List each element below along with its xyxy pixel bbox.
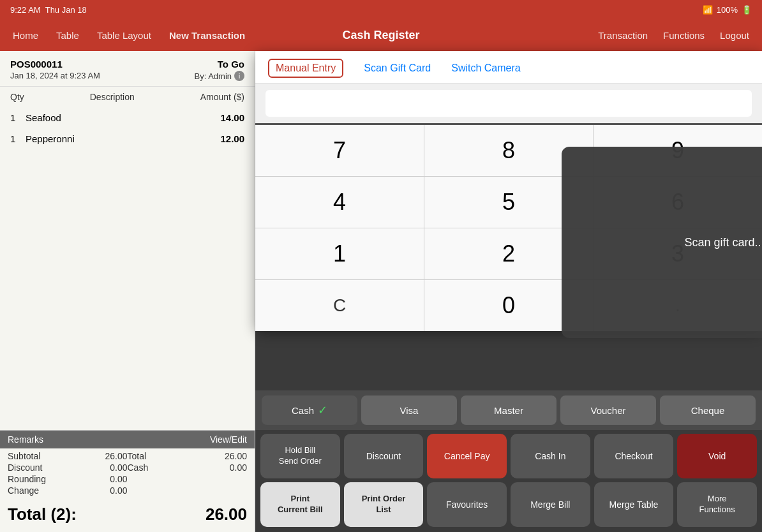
- scan-overlay-text: Scan gift card...: [684, 236, 762, 249]
- receipt-columns: Qty Description Amount ($): [0, 87, 255, 105]
- receipt-header: POS000011 To Go Jan 18, 2024 at 9:23 AM …: [0, 51, 255, 87]
- pay-cash-label: Cash: [292, 405, 314, 416]
- battery-icon: 🔋: [742, 5, 752, 15]
- change-value: 0.00: [68, 485, 128, 496]
- item-desc-2: Pepperonni: [26, 133, 220, 144]
- cash-label: Cash: [128, 462, 188, 473]
- pay-voucher-label: Voucher: [590, 405, 625, 416]
- numpad-key-7[interactable]: 7: [255, 125, 424, 176]
- item-qty-1: 1: [10, 112, 26, 123]
- checkout-button[interactable]: Checkout: [594, 434, 674, 478]
- receipt-panel: POS000011 To Go Jan 18, 2024 at 9:23 AM …: [0, 51, 255, 532]
- tab-scan-gift-card[interactable]: Scan Gift Card: [364, 63, 431, 74]
- merge-bill-button[interactable]: Merge Bill: [511, 482, 590, 527]
- favourites-button[interactable]: Favourites: [427, 482, 507, 527]
- input-area: [255, 84, 762, 125]
- wifi-icon: 📶: [703, 5, 713, 15]
- nav-home[interactable]: Home: [13, 30, 38, 41]
- admin-info: By: Admin i: [194, 71, 244, 81]
- table-row: 1 Pepperonni 12.00: [0, 128, 255, 149]
- nav-table[interactable]: Table: [56, 30, 79, 41]
- cash-value: 0.00: [187, 462, 247, 473]
- pay-visa[interactable]: Visa: [361, 395, 457, 425]
- nav-functions[interactable]: Functions: [663, 30, 705, 41]
- nav-right: Transaction Functions Logout: [598, 30, 749, 41]
- item-amount-1: 14.00: [220, 112, 244, 123]
- grand-total-label: Total (2):: [8, 505, 77, 524]
- barcode-input[interactable]: [265, 90, 752, 117]
- change-label: Change: [8, 485, 68, 496]
- col-qty: Qty: [10, 92, 24, 102]
- pay-cash[interactable]: Cash ✓: [262, 395, 357, 425]
- item-desc-1: Seafood: [26, 112, 220, 123]
- order-type: To Go: [218, 59, 244, 70]
- payment-methods: Cash ✓ Visa Master Voucher Cheque: [255, 390, 762, 430]
- remarks-header: Remarks View/Edit: [0, 431, 255, 448]
- table-row: 1 Seafood 14.00: [0, 107, 255, 128]
- discount-label: Discount: [8, 462, 68, 473]
- pay-voucher[interactable]: Voucher: [560, 395, 656, 425]
- nav-new-transaction[interactable]: New Transaction: [169, 30, 245, 41]
- pay-visa-label: Visa: [400, 405, 419, 416]
- col-desc: Description: [90, 92, 135, 102]
- numpad-key-1[interactable]: 1: [255, 228, 424, 279]
- receipt-by: By: Admin: [194, 71, 232, 81]
- tab-switch-camera[interactable]: Switch Camera: [451, 63, 520, 74]
- discount-value: 0.00: [68, 462, 128, 473]
- nav-logout[interactable]: Logout: [720, 30, 749, 41]
- grand-total-value: 26.00: [205, 505, 247, 524]
- item-amount-2: 12.00: [220, 133, 244, 144]
- more-functions-button[interactable]: More Functions: [677, 482, 757, 527]
- numpad-key-c[interactable]: C: [255, 280, 424, 331]
- nav-title: Cash Register: [342, 29, 419, 42]
- subtotal-label: Subtotal: [8, 451, 68, 461]
- numpad-key-4[interactable]: 4: [255, 177, 424, 228]
- pay-cheque-label: Cheque: [691, 405, 725, 416]
- view-edit-link[interactable]: View/Edit: [210, 434, 247, 445]
- nav-bar: Home Table Table Layout New Transaction …: [0, 19, 762, 51]
- info-icon[interactable]: i: [234, 71, 244, 81]
- nav-table-layout[interactable]: Table Layout: [97, 30, 151, 41]
- print-order-list-button[interactable]: Print Order List: [344, 482, 424, 527]
- merge-table-button[interactable]: Merge Table: [594, 482, 674, 527]
- remarks-section: Remarks View/Edit Subtotal 26.00 Total 2…: [0, 430, 255, 532]
- void-button[interactable]: Void: [677, 434, 757, 478]
- cash-in-button[interactable]: Cash In: [511, 434, 590, 478]
- rounding-value: 0.00: [68, 474, 128, 484]
- hold-bill-send-order-button[interactable]: Hold Bill Send Order: [260, 434, 340, 478]
- scan-overlay: Scan gift card...: [562, 147, 762, 338]
- receipt-items: 1 Seafood 14.00 1 Pepperonni 12.00: [0, 105, 255, 430]
- grand-total: Total (2): 26.00: [0, 498, 255, 532]
- pay-master-label: Master: [494, 405, 523, 416]
- discount-button[interactable]: Discount: [344, 434, 424, 478]
- status-right: 📶 100% 🔋: [703, 5, 752, 15]
- tab-manual-entry[interactable]: Manual Entry: [268, 59, 343, 78]
- print-current-bill-button[interactable]: Print Current Bill: [260, 482, 340, 527]
- status-time: 9:22 AM Thu Jan 18: [10, 5, 87, 15]
- subtotal-value: 26.00: [68, 451, 128, 461]
- battery-level: 100%: [717, 5, 738, 15]
- pos-id: POS000011: [10, 59, 63, 70]
- pay-cheque[interactable]: Cheque: [660, 395, 756, 425]
- receipt-date: Jan 18, 2024 at 9:23 AM: [10, 71, 100, 81]
- col-amount: Amount ($): [200, 92, 244, 102]
- cash-check-icon: ✓: [318, 403, 327, 417]
- rounding-label: Rounding: [8, 474, 68, 484]
- nav-left: Home Table Table Layout New Transaction: [13, 30, 598, 41]
- remarks-label: Remarks: [8, 434, 43, 445]
- pay-master[interactable]: Master: [461, 395, 557, 425]
- modal-tabs: Manual Entry Scan Gift Card Switch Camer…: [255, 51, 762, 84]
- total-label: Total: [128, 451, 188, 461]
- nav-transaction[interactable]: Transaction: [598, 30, 648, 41]
- item-qty-2: 1: [10, 133, 26, 144]
- right-panel: Manual Entry Scan Gift Card Switch Camer…: [255, 51, 762, 532]
- totals-grid: Subtotal 26.00 Total 26.00 Discount 0.00…: [0, 448, 255, 498]
- status-bar: 9:22 AM Thu Jan 18 📶 100% 🔋: [0, 0, 762, 19]
- total-value: 26.00: [187, 451, 247, 461]
- main-content: POS000011 To Go Jan 18, 2024 at 9:23 AM …: [0, 51, 762, 532]
- cancel-pay-button[interactable]: Cancel Pay: [427, 434, 507, 478]
